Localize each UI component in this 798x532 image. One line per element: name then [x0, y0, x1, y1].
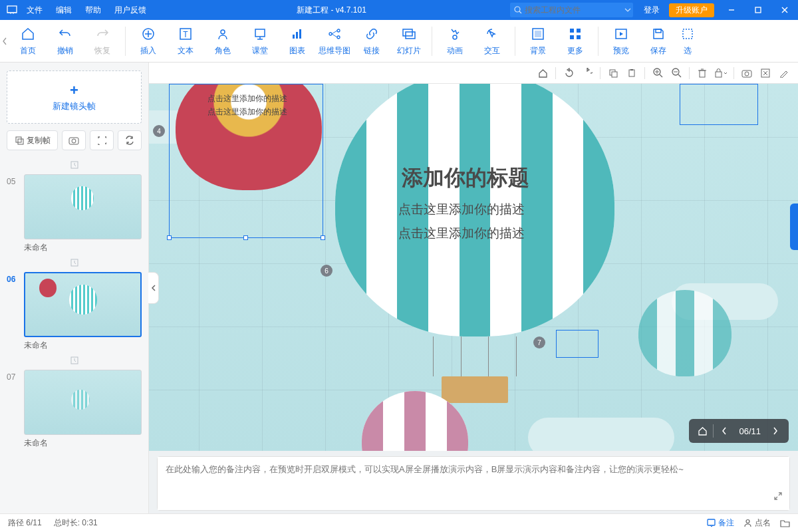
- svg-point-4: [515, 7, 520, 12]
- notes-input[interactable]: [158, 457, 789, 510]
- paste-icon[interactable]: [623, 65, 640, 82]
- canvas-nav-pill: 06/11: [689, 419, 789, 443]
- menu-edit[interactable]: 编辑: [49, 0, 78, 20]
- search-box[interactable]: [510, 3, 633, 17]
- refresh-button[interactable]: [118, 130, 142, 150]
- svg-rect-32: [570, 29, 574, 33]
- preview-button[interactable]: 预览: [602, 21, 640, 61]
- svg-text:T: T: [183, 30, 188, 39]
- select-button[interactable]: 选: [677, 21, 698, 61]
- plus-icon: +: [70, 82, 78, 99]
- link-button[interactable]: 链接: [353, 21, 390, 61]
- svg-rect-40: [18, 139, 23, 144]
- camera-button[interactable]: [62, 130, 86, 150]
- svg-point-24: [337, 36, 340, 39]
- search-icon: [514, 6, 522, 14]
- titlebar: 文件 编辑 帮助 用户反馈 新建工程 - v4.7.101 登录 升级账户: [0, 0, 798, 20]
- svg-point-62: [745, 72, 749, 76]
- zoom-in-icon[interactable]: [649, 65, 666, 82]
- chart-button[interactable]: 图表: [279, 21, 316, 61]
- bg-button[interactable]: 背景: [519, 21, 557, 61]
- svg-rect-57: [700, 70, 705, 77]
- balloon-teal-main[interactable]: [335, 84, 614, 403]
- canvas-toolbar: [149, 63, 798, 84]
- status-dianming-button[interactable]: 点名: [743, 517, 771, 529]
- status-bar: 路径 6/11 总时长: 0:31 备注 点名: [0, 513, 798, 532]
- fit-icon[interactable]: [757, 65, 774, 82]
- canvas-title[interactable]: 添加你的标题: [402, 164, 529, 193]
- svg-rect-31: [535, 31, 541, 37]
- nav-counter: 06/11: [735, 426, 765, 436]
- zoom-out-icon[interactable]: [668, 65, 685, 82]
- panel-collapse-handle[interactable]: [148, 272, 159, 304]
- scan-button[interactable]: [90, 130, 114, 150]
- copy-frame-button[interactable]: 复制帧: [7, 130, 58, 150]
- thumb-05[interactable]: 05 未命名: [7, 174, 142, 253]
- home-button[interactable]: 首页: [9, 21, 47, 61]
- anim-button[interactable]: 动画: [436, 21, 473, 61]
- snapshot-icon[interactable]: [738, 65, 755, 82]
- upgrade-button[interactable]: 升级账户: [669, 3, 714, 17]
- svg-rect-35: [577, 35, 581, 39]
- svg-rect-47: [612, 72, 617, 77]
- mindmap-button[interactable]: 思维导图: [316, 21, 353, 61]
- slide-panel: + 新建镜头帧 复制帧 05 未命名 06 未命名 07 未命名: [0, 63, 149, 513]
- menu-file[interactable]: 文件: [20, 0, 49, 20]
- chevron-down-icon[interactable]: [624, 8, 631, 12]
- redo-button[interactable]: 恢复: [84, 21, 121, 61]
- interact-button[interactable]: 交互: [473, 21, 511, 61]
- window-close-button[interactable]: [771, 0, 798, 20]
- role-button[interactable]: 角色: [204, 21, 241, 61]
- thumb-06[interactable]: 06 未命名: [7, 272, 142, 351]
- insert-button[interactable]: 插入: [130, 21, 167, 61]
- status-folder-icon[interactable]: [780, 519, 790, 527]
- search-input[interactable]: [525, 5, 624, 15]
- window-maximize-button[interactable]: [745, 0, 771, 20]
- svg-rect-27: [403, 29, 412, 36]
- svg-line-26: [332, 34, 337, 37]
- canvas-desc-1[interactable]: 点击这里添加你的描述: [398, 201, 525, 218]
- edit-icon[interactable]: [775, 65, 793, 82]
- svg-rect-33: [577, 29, 581, 33]
- class-button[interactable]: 课堂: [241, 21, 279, 61]
- text-button[interactable]: T文本: [167, 21, 204, 61]
- marker-6[interactable]: 6: [321, 265, 332, 277]
- toolbar-prev-icon[interactable]: [0, 37, 9, 45]
- right-side-tab[interactable]: [790, 84, 798, 443]
- slide-button[interactable]: 幻灯片: [390, 21, 428, 61]
- lock-icon[interactable]: [712, 65, 730, 82]
- selection-box-top-right[interactable]: [680, 84, 758, 125]
- thumb-07[interactable]: 07 未命名: [7, 370, 142, 449]
- svg-rect-60: [716, 72, 722, 77]
- login-button[interactable]: 登录: [638, 0, 665, 20]
- menu-feedback[interactable]: 用户反馈: [108, 0, 153, 20]
- marker-4[interactable]: 4: [153, 125, 165, 137]
- svg-rect-21: [299, 29, 301, 39]
- undo-button[interactable]: 撤销: [47, 21, 84, 61]
- save-button[interactable]: 保存: [640, 21, 677, 61]
- new-frame-button[interactable]: + 新建镜头帧: [7, 70, 142, 124]
- nav-prev-icon[interactable]: [715, 422, 733, 440]
- svg-rect-64: [708, 519, 715, 525]
- nav-home-icon[interactable]: [693, 422, 712, 440]
- canvas-home-icon[interactable]: [534, 65, 551, 82]
- expand-icon[interactable]: [773, 491, 783, 503]
- balloon-pink: [362, 391, 468, 451]
- rotate-left-icon[interactable]: [560, 65, 577, 82]
- svg-rect-37: [656, 29, 661, 33]
- selection-box-top-left[interactable]: [169, 84, 323, 238]
- svg-line-5: [519, 11, 521, 13]
- delete-icon[interactable]: [694, 65, 711, 82]
- canvas[interactable]: 点击这里添加你的描述点击这里添加你的描述 4 6 7 添加你的标题 点击这里添加…: [149, 84, 798, 451]
- svg-point-15: [221, 30, 225, 34]
- menu-help[interactable]: 帮助: [78, 0, 108, 20]
- svg-rect-48: [629, 70, 634, 76]
- nav-next-icon[interactable]: [766, 422, 785, 440]
- rotate-right-icon[interactable]: [579, 65, 596, 82]
- canvas-desc-2[interactable]: 点击这里添加你的描述: [398, 225, 525, 242]
- balloon-teal-small: [638, 290, 732, 376]
- more-button[interactable]: 更多: [557, 21, 594, 61]
- copy-icon[interactable]: [604, 65, 622, 82]
- status-remark-button[interactable]: 备注: [707, 517, 734, 529]
- window-minimize-button[interactable]: [718, 0, 745, 20]
